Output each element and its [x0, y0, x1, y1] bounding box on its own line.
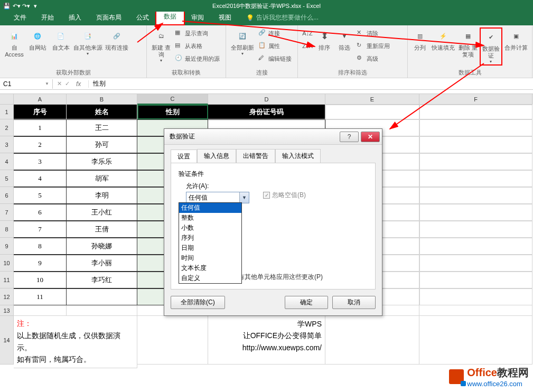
cell[interactable]: 序号: [14, 105, 67, 119]
flash-fill-button[interactable]: ⚡快速填充: [431, 27, 456, 51]
from-web-button[interactable]: 🌐自网站: [26, 27, 49, 51]
cell[interactable]: [14, 305, 67, 316]
cell[interactable]: [419, 221, 532, 238]
cell[interactable]: 注： 以上数据随机生成，仅供数据演 示。 如有雷同，纯属巧合。: [14, 316, 137, 368]
filter-button[interactable]: ▼筛选: [335, 27, 354, 51]
advanced-filter-button[interactable]: ⚙高级: [355, 53, 391, 64]
cell[interactable]: 6: [14, 204, 67, 221]
cell[interactable]: 9: [14, 255, 67, 272]
dropdown-option[interactable]: 文本长度: [179, 263, 241, 273]
cancel-button[interactable]: 取消: [332, 296, 376, 309]
row-header[interactable]: 2: [0, 119, 14, 136]
cell[interactable]: 学WPS 让OFFICE办公变得简单 http://www.xuewps.com…: [208, 316, 325, 365]
cell[interactable]: [419, 119, 532, 136]
cell[interactable]: 4: [14, 170, 67, 187]
refresh-all-button[interactable]: 🔄全部刷新▾: [229, 27, 256, 57]
tab-formulas[interactable]: 公式: [129, 10, 156, 25]
dialog-titlebar[interactable]: 数据验证 ? ✕: [164, 129, 382, 145]
formula-input[interactable]: [89, 79, 533, 89]
col-header[interactable]: F: [419, 94, 532, 105]
tab-input-message[interactable]: 输入信息: [197, 149, 236, 163]
cell[interactable]: [67, 288, 137, 305]
cell[interactable]: [137, 316, 208, 365]
recent-sources-button[interactable]: 🕘最近使用的源: [173, 53, 221, 64]
allow-combobox[interactable]: 任何值 ▼: [186, 192, 249, 203]
cell[interactable]: [419, 105, 532, 119]
row-header[interactable]: 9: [0, 238, 14, 255]
chevron-down-icon[interactable]: ▼: [45, 81, 49, 86]
row-header[interactable]: 5: [0, 170, 14, 187]
existing-connections-button[interactable]: 🔗现有连接: [104, 27, 130, 51]
data-validation-button[interactable]: ✔数据验 证▾: [480, 27, 502, 66]
cell[interactable]: [419, 305, 532, 316]
remove-duplicates-button[interactable]: ▦删除 重复项: [457, 27, 479, 58]
row-header[interactable]: 13: [0, 305, 14, 316]
help-button[interactable]: ?: [340, 132, 359, 142]
dropdown-option[interactable]: 时间: [179, 253, 241, 263]
sort-za-button[interactable]: Z↓A: [301, 40, 314, 52]
row-header[interactable]: 11: [0, 272, 14, 288]
sort-az-button[interactable]: A↓Z: [301, 27, 314, 39]
cell[interactable]: [325, 316, 419, 365]
sort-button[interactable]: ⬍排序: [315, 27, 334, 51]
cell[interactable]: 1: [14, 119, 67, 136]
chevron-down-icon[interactable]: ▼: [239, 192, 249, 203]
new-query-button[interactable]: 🗂新建 查询▾: [150, 27, 172, 63]
clear-filter-button[interactable]: ✕清除: [355, 27, 391, 39]
select-all-corner[interactable]: [0, 94, 14, 105]
cell[interactable]: 王二: [67, 119, 137, 136]
dropdown-option[interactable]: 任何值: [179, 203, 241, 213]
cell[interactable]: [419, 238, 532, 255]
row-header[interactable]: 1: [0, 105, 14, 119]
row-header[interactable]: 6: [0, 187, 14, 204]
tab-ime-mode[interactable]: 输入法模式: [275, 149, 321, 163]
properties-button[interactable]: 📋属性: [257, 40, 293, 52]
edit-links-button[interactable]: 🖉编辑链接: [257, 53, 293, 64]
col-header[interactable]: D: [208, 94, 325, 105]
cell[interactable]: 李乐乐: [67, 153, 137, 170]
cell[interactable]: [419, 288, 532, 305]
dropdown-option[interactable]: 整数: [179, 213, 241, 223]
ignore-blank-checkbox[interactable]: ✓ 忽略空值(B): [263, 191, 306, 200]
cell[interactable]: 性别: [137, 105, 208, 119]
cell[interactable]: 姓名: [67, 105, 137, 119]
redo-icon[interactable]: ↷▾: [22, 2, 30, 10]
row-header[interactable]: 10: [0, 255, 14, 272]
cell[interactable]: 李巧红: [67, 272, 137, 288]
enter-formula-icon[interactable]: ✓: [65, 80, 70, 87]
dropdown-option[interactable]: 小数: [179, 223, 241, 233]
consolidate-button[interactable]: ▣合并计算: [503, 27, 529, 51]
cell[interactable]: [419, 204, 532, 221]
cell[interactable]: 2: [14, 136, 67, 153]
from-table-button[interactable]: ▤从表格: [173, 40, 221, 52]
cell[interactable]: 孙晓娜: [67, 238, 137, 255]
cell[interactable]: 孙可: [67, 136, 137, 153]
tab-review[interactable]: 审阅: [184, 10, 211, 25]
col-header[interactable]: C: [137, 94, 208, 105]
cell[interactable]: 王小红: [67, 204, 137, 221]
cancel-formula-icon[interactable]: ✕: [57, 80, 62, 87]
tab-file[interactable]: 文件: [6, 10, 34, 25]
cell[interactable]: 3: [14, 153, 67, 170]
tab-insert[interactable]: 插入: [61, 10, 89, 25]
row-header[interactable]: 7: [0, 204, 14, 221]
cell[interactable]: [419, 153, 532, 170]
connections-button[interactable]: 🔗连接: [257, 27, 293, 39]
undo-icon[interactable]: ↶▾: [13, 2, 20, 10]
cell[interactable]: 胡军: [67, 170, 137, 187]
tab-settings[interactable]: 设置: [171, 150, 197, 163]
cell[interactable]: 7: [14, 221, 67, 238]
col-header[interactable]: A: [14, 94, 67, 105]
tell-me-search[interactable]: 💡告诉我您想要做什么...: [239, 10, 326, 25]
col-header[interactable]: E: [325, 94, 419, 105]
row-header[interactable]: 8: [0, 221, 14, 238]
row-header[interactable]: 12: [0, 288, 14, 305]
save-icon[interactable]: 💾: [3, 2, 11, 10]
cell[interactable]: 李小丽: [67, 255, 137, 272]
from-access-button[interactable]: 📊自 Access: [3, 27, 25, 58]
row-header[interactable]: 14: [0, 316, 14, 365]
show-queries-button[interactable]: ▦显示查询: [173, 27, 221, 39]
qat-dropdown-icon[interactable]: ▾: [32, 2, 39, 10]
name-box[interactable]: C1▼: [0, 79, 53, 89]
cell[interactable]: [419, 136, 532, 153]
